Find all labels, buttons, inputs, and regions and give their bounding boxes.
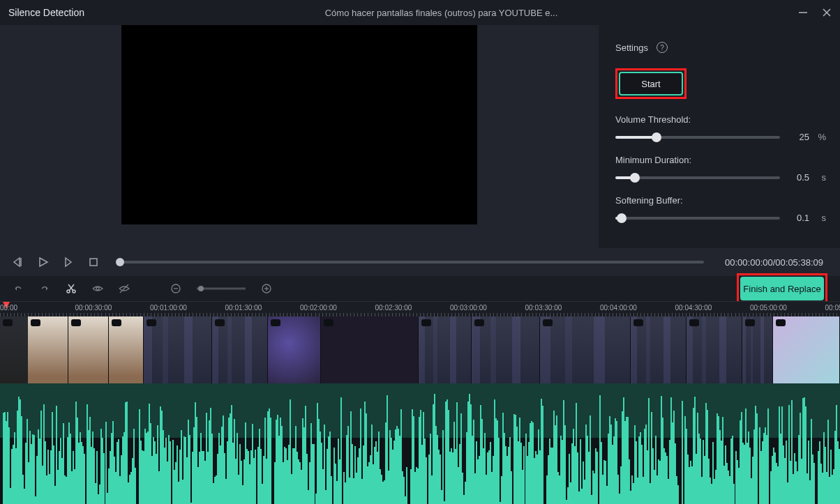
clip-thumbnail[interactable] <box>268 316 321 383</box>
finish-highlight: Finish and Replace <box>737 273 827 304</box>
svg-marker-3 <box>14 258 20 266</box>
svg-point-19 <box>198 286 204 291</box>
minimize-icon[interactable] <box>798 8 808 17</box>
preview-area <box>0 25 599 248</box>
svg-marker-9 <box>46 287 47 291</box>
volume-threshold-value: 25 <box>787 132 809 142</box>
ruler-label: 00:03:30:00 <box>525 304 562 312</box>
clip-track[interactable] <box>0 316 840 383</box>
cut-icon[interactable] <box>66 283 77 294</box>
finish-and-replace-label: Finish and Replace <box>743 284 820 294</box>
titlebar: Silence Detection Cómo hacer pantallas f… <box>0 0 840 25</box>
clip-thumbnail[interactable] <box>631 316 687 383</box>
play-icon[interactable] <box>38 257 49 268</box>
start-highlight: Start <box>615 68 687 99</box>
ruler-label: 00:01:00:00 <box>150 304 187 312</box>
clip-thumbnail[interactable] <box>144 316 212 383</box>
clip-thumbnail[interactable] <box>773 316 840 383</box>
settings-label: Settings <box>615 43 648 53</box>
softening-buffer-label: Softening Buffer: <box>615 195 826 206</box>
clip-thumbnail[interactable] <box>540 316 631 383</box>
app-title: Silence Detection <box>8 7 84 18</box>
prev-frame-icon[interactable] <box>13 257 24 268</box>
softening-buffer-slider[interactable] <box>615 217 780 220</box>
clip-thumbnail[interactable] <box>321 316 419 383</box>
clip-thumbnail[interactable] <box>68 316 109 383</box>
timeline-ruler[interactable]: 00:0000:00:30:0000:01:00:0000:01:30:0000… <box>0 301 840 316</box>
minimum-duration-unit: s <box>816 172 826 183</box>
volume-threshold-unit: % <box>816 132 826 142</box>
ruler-label: 00:04:00:00 <box>600 304 637 312</box>
eye-off-icon[interactable] <box>119 283 130 294</box>
clip-thumbnail[interactable] <box>28 316 68 383</box>
video-stage <box>0 25 599 248</box>
video-frame <box>121 25 477 224</box>
transport-bar: 00:00:00:00/00:05:38:09 <box>0 248 840 276</box>
softening-buffer-unit: s <box>816 213 826 223</box>
ruler-label: 00:04:30:00 <box>675 304 712 312</box>
start-button[interactable]: Start <box>619 72 683 96</box>
stop-icon[interactable] <box>88 257 99 268</box>
ruler-label: 00:02:30:00 <box>375 304 412 312</box>
clip-thumbnail[interactable] <box>212 316 268 383</box>
svg-marker-8 <box>15 287 17 291</box>
timecode: 00:00:00:00/00:05:38:09 <box>725 257 827 268</box>
redo-icon[interactable] <box>39 283 50 294</box>
minimum-duration-label: Minimum Duration: <box>615 155 826 165</box>
window-controls <box>798 8 832 17</box>
ruler-label: 00:02:00:00 <box>300 304 337 312</box>
seek-thumb[interactable] <box>116 258 124 266</box>
ruler-label: 00:03:00:00 <box>450 304 487 312</box>
minimum-duration-slider[interactable] <box>615 176 780 179</box>
seek-bar[interactable] <box>120 261 704 264</box>
waveform-track[interactable] <box>0 383 840 504</box>
softening-buffer-value: 0.1 <box>787 213 809 223</box>
file-title: Cómo hacer pantallas finales (outros) pa… <box>84 8 798 18</box>
clip-thumbnail[interactable] <box>687 316 742 383</box>
zoom-out-icon[interactable] <box>170 283 181 294</box>
minimum-duration-value: 0.5 <box>787 172 809 183</box>
clip-thumbnail[interactable] <box>109 316 144 383</box>
help-icon[interactable]: ? <box>657 42 668 53</box>
zoom-slider[interactable] <box>197 283 246 294</box>
ruler-label: 00:05:30:00 <box>825 304 841 312</box>
volume-threshold-label: Volume Threshold: <box>615 114 826 125</box>
close-icon[interactable] <box>822 8 832 17</box>
ruler-label: 00:05:00:00 <box>750 304 787 312</box>
clip-thumbnail[interactable] <box>472 316 540 383</box>
settings-panel: Settings ? Start Volume Threshold: 25 % <box>599 25 840 248</box>
clip-thumbnail[interactable] <box>0 316 28 383</box>
svg-point-14 <box>96 287 99 290</box>
ruler-label: 00:00 <box>0 304 17 312</box>
eye-icon[interactable] <box>92 283 103 294</box>
clip-thumbnail[interactable] <box>742 316 773 383</box>
start-button-label: Start <box>641 79 660 89</box>
undo-icon[interactable] <box>13 283 24 294</box>
next-frame-icon[interactable] <box>63 257 74 268</box>
clip-thumbnail[interactable] <box>419 316 472 383</box>
svg-marker-6 <box>66 258 71 266</box>
timeline-toolbar: Finish and Replace <box>0 276 840 301</box>
svg-marker-5 <box>40 258 47 266</box>
zoom-in-icon[interactable] <box>261 283 272 294</box>
volume-threshold-slider[interactable] <box>615 136 780 139</box>
svg-line-15 <box>120 284 128 293</box>
finish-and-replace-button[interactable]: Finish and Replace <box>740 277 824 300</box>
svg-rect-7 <box>90 259 97 266</box>
ruler-label: 00:01:30:00 <box>225 304 262 312</box>
ruler-label: 00:00:30:00 <box>75 304 112 312</box>
